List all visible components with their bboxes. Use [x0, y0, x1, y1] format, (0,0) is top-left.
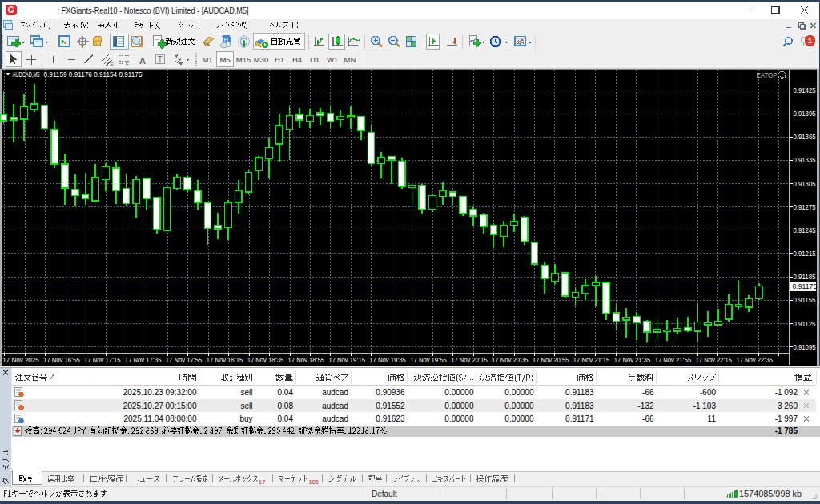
svg-text:0.00000: 0.00000 — [444, 402, 474, 410]
svg-text:M5: M5 — [219, 55, 230, 64]
svg-text:A: A — [139, 56, 146, 66]
svg-text:-600: -600 — [700, 388, 716, 397]
svg-text:M15: M15 — [236, 55, 251, 64]
svg-text:W1: W1 — [327, 55, 338, 64]
svg-text:0.91183: 0.91183 — [565, 402, 594, 410]
svg-text:2025.10.23 09:32:00: 2025.10.23 09:32:00 — [123, 388, 197, 397]
svg-text:1574085/998 kb: 1574085/998 kb — [739, 489, 802, 498]
svg-text:0.91275: 0.91275 — [794, 203, 816, 211]
svg-text:17 Nov 22:35: 17 Nov 22:35 — [736, 356, 773, 364]
svg-text:sell: sell — [240, 388, 252, 397]
svg-text:17 Nov 20:55: 17 Nov 20:55 — [533, 356, 569, 364]
svg-text:EATOP: EATOP — [757, 71, 778, 79]
svg-text:0.90936: 0.90936 — [376, 388, 405, 397]
svg-text:-1 997: -1 997 — [775, 414, 798, 423]
svg-text:17 Nov 17:35: 17 Nov 17:35 — [125, 356, 162, 364]
svg-text:17 Nov 17:55: 17 Nov 17:55 — [166, 356, 203, 364]
svg-text:17 Nov 20:35: 17 Nov 20:35 — [492, 356, 529, 364]
svg-text:17 Nov 2025: 17 Nov 2025 — [2, 356, 39, 364]
svg-text:17 Nov 20:15: 17 Nov 20:15 — [451, 356, 488, 364]
svg-text:3 260: 3 260 — [778, 402, 798, 410]
svg-text:0.00000: 0.00000 — [444, 414, 474, 423]
svg-text:Default: Default — [372, 490, 397, 498]
svg-text:17 Nov 19:35: 17 Nov 19:35 — [369, 356, 406, 364]
svg-text:0.91095: 0.91095 — [794, 343, 816, 351]
svg-text:0.91159 0.91176 0.91154 0.9117: 0.91159 0.91176 0.91154 0.91175 — [44, 70, 143, 78]
svg-text:0.00000: 0.00000 — [504, 388, 534, 397]
svg-text:0.91171: 0.91171 — [565, 414, 594, 423]
svg-text:17: 17 — [259, 478, 265, 486]
svg-text:0.00000: 0.00000 — [504, 414, 534, 423]
svg-text:0.91305: 0.91305 — [794, 180, 816, 188]
svg-text:0.91425: 0.91425 — [794, 86, 816, 94]
svg-text:MN: MN — [344, 55, 356, 64]
svg-text:-66: -66 — [642, 388, 654, 397]
svg-text:E: E — [111, 62, 114, 66]
svg-text:D1: D1 — [310, 55, 320, 64]
svg-text:H4: H4 — [292, 55, 302, 64]
svg-text:0.00000: 0.00000 — [504, 402, 534, 410]
svg-text:0.91125: 0.91125 — [794, 320, 816, 328]
svg-text:-132: -132 — [637, 402, 653, 410]
svg-text:: FXGiants-Real10 - Notesco (B: : FXGiants-Real10 - Notesco (BVI) Limite… — [58, 6, 249, 15]
svg-text:1: 1 — [808, 36, 813, 45]
svg-text:F: F — [126, 62, 129, 67]
svg-text:0.91552: 0.91552 — [376, 402, 405, 410]
svg-text:0.91365: 0.91365 — [794, 133, 816, 141]
svg-text:audcad: audcad — [322, 388, 348, 397]
svg-text:0.91335: 0.91335 — [794, 156, 816, 164]
svg-text:-66: -66 — [642, 414, 654, 423]
svg-text:17 Nov 18:55: 17 Nov 18:55 — [288, 356, 325, 364]
svg-text:sell: sell — [240, 402, 252, 410]
svg-text:17 Nov 21:35: 17 Nov 21:35 — [614, 356, 651, 364]
svg-text:17 Nov 18:15: 17 Nov 18:15 — [207, 356, 243, 364]
svg-text:M1: M1 — [202, 55, 212, 64]
svg-text:17 Nov 19:55: 17 Nov 19:55 — [410, 356, 447, 364]
svg-text:0.91245: 0.91245 — [794, 226, 816, 234]
svg-text:0.91175: 0.91175 — [793, 282, 818, 290]
svg-text:audcad: audcad — [322, 414, 348, 423]
svg-text:0.91623: 0.91623 — [376, 414, 405, 423]
svg-text:0.04: 0.04 — [278, 414, 294, 423]
svg-text:17 Nov 19:15: 17 Nov 19:15 — [328, 356, 365, 364]
svg-text:T: T — [158, 55, 163, 64]
svg-text:17 Nov 21:55: 17 Nov 21:55 — [655, 356, 692, 364]
svg-text:0.91395: 0.91395 — [794, 110, 816, 118]
svg-text:-1 092: -1 092 — [775, 388, 798, 397]
svg-text:-1 103: -1 103 — [693, 402, 717, 410]
svg-text:0.91185: 0.91185 — [794, 273, 816, 281]
svg-text:17 Nov 18:35: 17 Nov 18:35 — [247, 356, 284, 364]
svg-text:2025.10.27 00:15:00: 2025.10.27 00:15:00 — [123, 402, 197, 410]
svg-text:17 Nov 16:55: 17 Nov 16:55 — [43, 356, 80, 364]
svg-text:0.91155: 0.91155 — [794, 296, 816, 304]
svg-text:audcad: audcad — [322, 402, 348, 410]
svg-text:0.00000: 0.00000 — [444, 388, 474, 397]
svg-text:0.08: 0.08 — [278, 402, 294, 410]
svg-text:G: G — [8, 6, 14, 14]
svg-text:H1: H1 — [275, 55, 284, 64]
svg-text:105: 105 — [309, 478, 320, 486]
svg-text:0.91215: 0.91215 — [794, 250, 816, 258]
svg-text:0.91183: 0.91183 — [565, 388, 594, 397]
svg-text:17 Nov 21:15: 17 Nov 21:15 — [573, 356, 610, 364]
svg-text:0.04: 0.04 — [278, 388, 294, 397]
svg-text:AUDCAD,M5: AUDCAD,M5 — [13, 70, 40, 78]
svg-text:-1 785: -1 785 — [775, 426, 798, 435]
svg-text:2025.11.04 08:00:00: 2025.11.04 08:00:00 — [123, 414, 196, 423]
svg-text:11: 11 — [708, 414, 717, 423]
svg-text:17 Nov 17:15: 17 Nov 17:15 — [84, 356, 121, 364]
svg-text:17 Nov 22:15: 17 Nov 22:15 — [696, 356, 733, 364]
svg-text:M30: M30 — [254, 55, 268, 64]
svg-text:buy: buy — [239, 414, 252, 423]
